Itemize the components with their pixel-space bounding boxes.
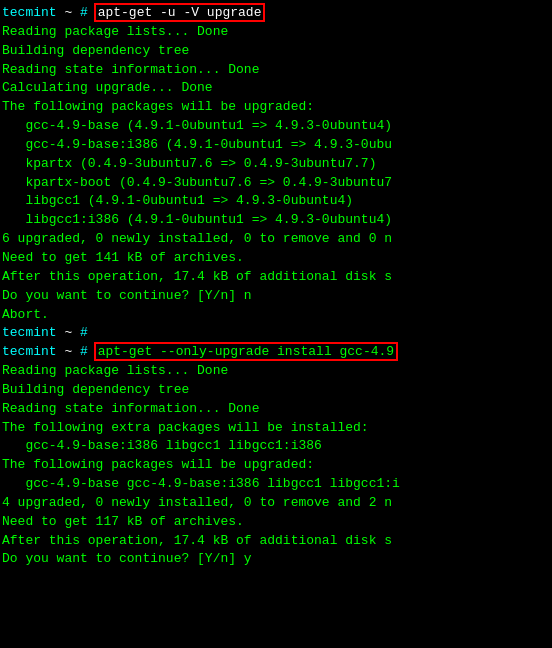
prompt-user-2: tecmint [2,325,57,340]
prompt-sep-3: ~ [57,344,80,359]
line-18: tecmint ~ # [2,324,550,343]
line-1: tecmint ~ # apt-get -u -V upgrade [2,4,550,23]
prompt-hash: # [80,5,88,20]
line-19: tecmint ~ # apt-get --only-upgrade insta… [2,343,550,362]
line-6: The following packages will be upgraded: [2,98,550,117]
terminal: tecmint ~ # apt-get -u -V upgrade Readin… [0,0,552,648]
prompt-space-2 [88,344,96,359]
line-22: Reading state information... Done [2,400,550,419]
prompt-hash-3: # [80,344,88,359]
line-8: gcc-4.9-base:i386 (4.9.1-0ubuntu1 => 4.9… [2,136,550,155]
line-2: Reading package lists... Done [2,23,550,42]
line-23: The following extra packages will be ins… [2,419,550,438]
line-10: kpartx-boot (0.4.9-3ubuntu7.6 => 0.4.9-3… [2,174,550,193]
prompt-user-3: tecmint [2,344,57,359]
line-9: kpartx (0.4.9-3ubuntu7.6 => 0.4.9-3ubunt… [2,155,550,174]
line-21: Building dependency tree [2,381,550,400]
line-27: 4 upgraded, 0 newly installed, 0 to remo… [2,494,550,513]
line-29: After this operation, 17.4 kB of additio… [2,532,550,551]
line-14: Need to get 141 kB of archives. [2,249,550,268]
command-2: apt-get --only-upgrade install gcc-4.9 [96,344,396,359]
line-11: libgcc1 (4.9.1-0ubuntu1 => 4.9.3-0ubuntu… [2,192,550,211]
line-3: Building dependency tree [2,42,550,61]
line-25: The following packages will be upgraded: [2,456,550,475]
line-12: libgcc1:i386 (4.9.1-0ubuntu1 => 4.9.3-0u… [2,211,550,230]
line-17: Abort. [2,306,550,325]
line-30: Do you want to continue? [Y/n] y [2,550,550,569]
line-26: gcc-4.9-base gcc-4.9-base:i386 libgcc1 l… [2,475,550,494]
prompt-user: tecmint [2,5,57,20]
prompt-sep-2: ~ [57,325,80,340]
line-24: gcc-4.9-base:i386 libgcc1 libgcc1:i386 [2,437,550,456]
line-20: Reading package lists... Done [2,362,550,381]
line-13: 6 upgraded, 0 newly installed, 0 to remo… [2,230,550,249]
prompt-hash-2: # [80,325,88,340]
line-16: Do you want to continue? [Y/n] n [2,287,550,306]
line-7: gcc-4.9-base (4.9.1-0ubuntu1 => 4.9.3-0u… [2,117,550,136]
line-15: After this operation, 17.4 kB of additio… [2,268,550,287]
line-5: Calculating upgrade... Done [2,79,550,98]
line-4: Reading state information... Done [2,61,550,80]
line-28: Need to get 117 kB of archives. [2,513,550,532]
command-1: apt-get -u -V upgrade [96,5,264,20]
prompt-space [88,5,96,20]
prompt-sep: ~ [57,5,80,20]
